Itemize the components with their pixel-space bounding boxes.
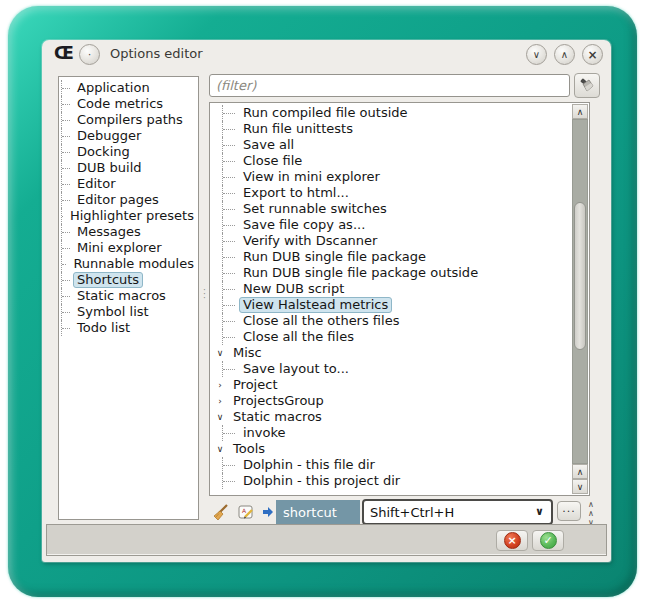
sidebar-item-mini-explorer[interactable]: Mini explorer xyxy=(59,240,198,256)
minimize-button[interactable]: ∨ xyxy=(526,44,547,65)
sidebar-item-code-metrics[interactable]: Code metrics xyxy=(59,96,198,112)
tree-row[interactable]: New DUB script xyxy=(211,281,571,297)
tree-row-label: Save file copy as... xyxy=(239,217,369,233)
chevron-right-icon[interactable]: › xyxy=(215,396,225,406)
tree-row[interactable]: Save file copy as... xyxy=(211,217,571,233)
tree-row[interactable]: Dolphin - this project dir xyxy=(211,473,571,489)
scrollbar-track[interactable] xyxy=(572,119,588,464)
sidebar-item-editor[interactable]: Editor xyxy=(59,176,198,192)
close-button[interactable]: × xyxy=(582,44,603,65)
tree-row[interactable]: Run DUB single file package xyxy=(211,249,571,265)
scroll-down-button[interactable]: ∨ xyxy=(572,479,588,494)
splitter[interactable]: ··· xyxy=(200,76,209,520)
scroll-up-button-2[interactable]: ∧ xyxy=(572,464,588,479)
sidebar-item-label: Shortcuts xyxy=(73,272,143,288)
shortcuts-tree: Run compiled file outsideRun file unitte… xyxy=(211,105,571,494)
status-bar: × ✓ xyxy=(46,524,607,556)
more-button[interactable]: ... xyxy=(557,501,581,521)
scrollbar-thumb[interactable] xyxy=(574,202,586,349)
tree-line xyxy=(223,369,235,370)
window-frame: Œ · Options editor ∨ ∧ × ApplicationCode… xyxy=(8,6,637,597)
tree-row[interactable]: View Halstead metrics xyxy=(211,297,571,313)
desktop: Œ · Options editor ∨ ∧ × ApplicationCode… xyxy=(0,0,647,604)
tree-line xyxy=(62,184,70,185)
ok-button[interactable]: ✓ xyxy=(532,530,564,551)
sidebar-item-application[interactable]: Application xyxy=(59,80,198,96)
tree-row-label: invoke xyxy=(239,425,290,441)
tree-row[interactable]: Verify with Dscanner xyxy=(211,233,571,249)
shortcut-combo[interactable]: Shift+Ctrl+H ∨ xyxy=(362,499,553,525)
tree-line xyxy=(62,264,66,265)
tree-line xyxy=(223,193,235,194)
clear-filter-button[interactable] xyxy=(574,73,600,98)
tree-row[interactable]: ∨Tools xyxy=(211,441,571,457)
tree-row[interactable]: ∨Misc xyxy=(211,345,571,361)
tree-row-label: Verify with Dscanner xyxy=(239,233,381,249)
tree-line xyxy=(62,104,70,105)
chevron-down-icon[interactable]: ∨ xyxy=(215,444,225,454)
chevron-down-icon[interactable]: ∨ xyxy=(215,348,225,358)
tree-row[interactable]: Export to html... xyxy=(211,185,571,201)
sidebar-item-dub-build[interactable]: DUB build xyxy=(59,160,198,176)
cancel-x-icon: × xyxy=(504,532,521,549)
scroll-up-button[interactable]: ∧ xyxy=(572,104,588,119)
chevron-right-icon[interactable]: › xyxy=(215,380,225,390)
cancel-button[interactable]: × xyxy=(496,530,528,551)
property-name-cell[interactable]: shortcut xyxy=(276,500,360,524)
sidebar-item-debugger[interactable]: Debugger xyxy=(59,128,198,144)
tree-row[interactable]: Run file unittests xyxy=(211,121,571,137)
tree-row-label: Tools xyxy=(229,441,269,457)
tree-row-label: View Halstead metrics xyxy=(239,297,392,313)
tree-row[interactable]: Save layout to... xyxy=(211,361,571,377)
tree-row-label: Close all the others files xyxy=(239,313,403,329)
tree-line xyxy=(223,481,235,482)
sidebar-item-todo-list[interactable]: Todo list xyxy=(59,320,198,336)
tree-scrollbar[interactable]: ∧ ∧ ∨ xyxy=(572,104,588,494)
sidebar-item-label: Todo list xyxy=(73,320,134,336)
tree-line xyxy=(223,129,235,130)
tree-line xyxy=(62,312,70,313)
sidebar-item-static-macros[interactable]: Static macros xyxy=(59,288,198,304)
filter-input[interactable] xyxy=(209,74,570,97)
tree-line xyxy=(223,225,235,226)
tree-row[interactable]: View in mini explorer xyxy=(211,169,571,185)
clean-shortcut-button[interactable] xyxy=(209,501,231,523)
tree-row[interactable]: Run compiled file outside xyxy=(211,105,571,121)
sidebar-item-compilers-paths[interactable]: Compilers paths xyxy=(59,112,198,128)
sidebar-item-label: Editor pages xyxy=(73,192,163,208)
edit-value-button[interactable]: A xyxy=(235,501,257,523)
sidebar-item-shortcuts[interactable]: Shortcuts xyxy=(59,272,198,288)
tree-row[interactable]: ›ProjectsGroup xyxy=(211,393,571,409)
tree-row[interactable]: ∨Static macros xyxy=(211,409,571,425)
tree-line xyxy=(62,88,70,89)
tree-row[interactable]: Dolphin - this file dir xyxy=(211,457,571,473)
brush-icon xyxy=(579,78,595,94)
tree-row[interactable]: Close all the others files xyxy=(211,313,571,329)
tree-row[interactable]: Close file xyxy=(211,153,571,169)
sidebar-item-messages[interactable]: Messages xyxy=(59,224,198,240)
tree-row-label: Save layout to... xyxy=(239,361,353,377)
tree-line xyxy=(62,296,70,297)
title-bar[interactable]: Œ · Options editor ∨ ∧ × xyxy=(42,40,611,68)
window-menu-button[interactable]: · xyxy=(79,44,100,65)
broom-icon xyxy=(211,503,230,522)
sidebar-item-runnable-modules[interactable]: Runnable modules xyxy=(59,256,198,272)
tree-row[interactable]: Close all the files xyxy=(211,329,571,345)
sidebar-item-docking[interactable]: Docking xyxy=(59,144,198,160)
chevron-down-icon[interactable]: ∨ xyxy=(215,412,225,422)
sidebar-item-highlighter-presets[interactable]: Highlighter presets xyxy=(59,208,198,224)
tree-row[interactable]: Save all xyxy=(211,137,571,153)
tree-row[interactable]: invoke xyxy=(211,425,571,441)
tree-line xyxy=(62,216,63,217)
maximize-button[interactable]: ∧ xyxy=(554,44,575,65)
tree-row[interactable]: ›Project xyxy=(211,377,571,393)
sidebar-item-label: Docking xyxy=(73,144,134,160)
sidebar-item-editor-pages[interactable]: Editor pages xyxy=(59,192,198,208)
sidebar-item-symbol-list[interactable]: Symbol list xyxy=(59,304,198,320)
tree-row-label: New DUB script xyxy=(239,281,348,297)
edit-value-icon: A xyxy=(238,504,255,521)
tree-row[interactable]: Set runnable switches xyxy=(211,201,571,217)
tree-line xyxy=(62,136,70,137)
tree-row[interactable]: Run DUB single file package outside xyxy=(211,265,571,281)
tree-row-label: Project xyxy=(229,377,281,393)
